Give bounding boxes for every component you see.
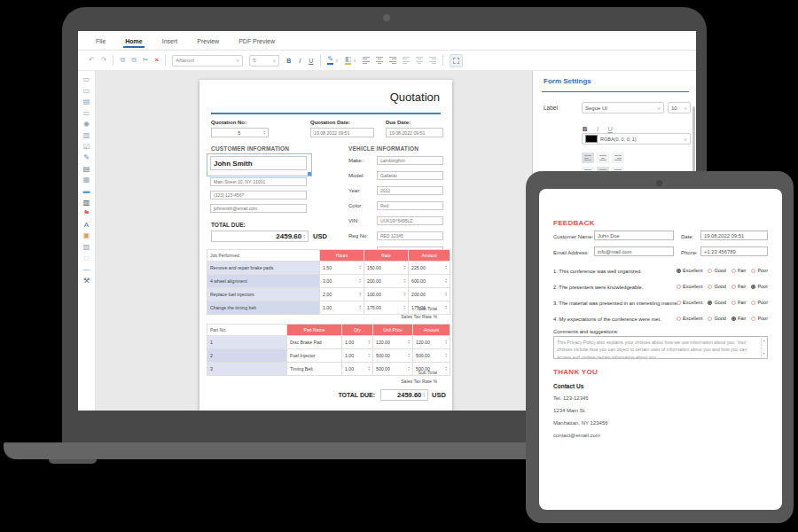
spinner-icon[interactable] <box>403 278 405 284</box>
vehicle-row-field[interactable]: Lamborghini <box>377 156 443 165</box>
valign-bottom-button[interactable] <box>429 57 436 65</box>
font-color-button[interactable]: ✎ <box>327 56 338 65</box>
fit-to-window-button[interactable] <box>450 54 463 67</box>
radio-button-icon[interactable] <box>708 285 712 289</box>
part-amount-cell[interactable]: 120.00 <box>413 336 450 349</box>
redo-icon[interactable]: ↷ <box>101 57 107 64</box>
job-rate-cell[interactable]: 200.00 <box>364 275 409 288</box>
button-icon[interactable]: ▬ <box>83 188 90 195</box>
spinner-icon[interactable] <box>423 393 425 398</box>
image-box-icon[interactable]: ▣ <box>83 232 90 239</box>
customer-email-field[interactable]: johnsmith@email.com <box>210 204 307 213</box>
radio-option-poor[interactable]: Poor <box>751 300 768 305</box>
picture-icon[interactable]: ▨ <box>83 244 90 251</box>
valign-top-button[interactable] <box>403 57 410 65</box>
spinner-icon[interactable] <box>359 305 361 310</box>
radio-button-icon[interactable] <box>677 317 681 321</box>
radio-option-excellent[interactable]: Excellent <box>677 268 702 273</box>
spinner-icon[interactable] <box>368 353 370 358</box>
quotation-date-field[interactable]: 19.08.2022 09:51 <box>310 128 374 137</box>
radio-option-good[interactable]: Good <box>708 268 725 273</box>
fb-email-field[interactable]: info@mail.com <box>594 246 674 256</box>
radio-option-poor[interactable]: Poor <box>751 268 768 273</box>
tab-insert[interactable]: Insert <box>153 34 187 48</box>
radio-button-icon[interactable] <box>732 269 736 273</box>
radio-option-fair[interactable]: Fair <box>732 300 746 305</box>
part-name-cell[interactable]: Fuel Injector <box>287 349 342 363</box>
job-rate-cell[interactable]: 175.00 <box>364 301 409 315</box>
radio-button-icon[interactable] <box>732 301 736 305</box>
spinner-icon[interactable] <box>445 366 447 372</box>
align-right-button[interactable] <box>389 57 396 65</box>
radio-button-icon[interactable]: ◉ <box>83 121 90 128</box>
fs-align-center-button[interactable] <box>597 153 609 163</box>
job-hours-cell[interactable]: 3.00 <box>320 275 364 288</box>
fb-date-field[interactable]: 19.08.2022 09:51 <box>700 231 768 240</box>
fb-phone-field[interactable]: +1 23 456789 <box>700 246 768 256</box>
radio-option-fair[interactable]: Fair <box>732 316 746 321</box>
spinner-icon[interactable] <box>408 340 410 345</box>
spinner-icon[interactable] <box>403 305 405 310</box>
part-price-cell[interactable]: 500.00 <box>373 363 413 376</box>
spinner-icon[interactable] <box>408 353 410 358</box>
radio-button-icon[interactable] <box>751 301 755 305</box>
job-rate-cell[interactable]: 150.00 <box>364 262 409 275</box>
spinner-icon[interactable] <box>445 278 447 284</box>
spinner-icon[interactable] <box>403 292 405 297</box>
valign-middle-button[interactable] <box>416 57 423 65</box>
align-left-button[interactable] <box>363 57 370 65</box>
radio-option-good[interactable]: Good <box>708 300 725 305</box>
job-amount-cell[interactable]: 225.00 <box>409 262 450 275</box>
fs-align-right-button[interactable] <box>612 153 624 163</box>
tab-pdf-preview[interactable]: PDF Preview <box>230 34 284 48</box>
spinner-icon[interactable] <box>445 305 447 310</box>
part-qty-cell[interactable]: 1.00 <box>342 363 373 376</box>
radio-button-icon[interactable] <box>677 269 681 273</box>
spinner-icon[interactable] <box>403 265 405 270</box>
radio-button-icon[interactable] <box>732 285 736 289</box>
part-name-cell[interactable]: Disc Brake Pad <box>287 336 342 349</box>
label-font-select[interactable]: Segoe UI <box>582 102 664 113</box>
fs-bold-button[interactable]: B <box>580 125 590 133</box>
spinner-icon[interactable] <box>303 234 305 239</box>
job-hours-cell[interactable]: 1.50 <box>320 262 364 275</box>
tab-preview[interactable]: Preview <box>188 34 228 48</box>
spinner-icon[interactable] <box>445 353 447 358</box>
customer-phone-field[interactable]: (123) 123-4567 <box>210 191 307 200</box>
radio-option-fair[interactable]: Fair <box>732 268 746 273</box>
total-due-field-top[interactable]: 2459.60 <box>211 231 309 242</box>
spinner-icon[interactable] <box>408 366 410 372</box>
grand-total-field[interactable]: 2459.60 <box>380 389 428 401</box>
highlight-color-button[interactable]: ◧ <box>345 56 356 65</box>
radio-option-poor[interactable]: Poor <box>751 284 768 289</box>
undo-icon[interactable]: ↶ <box>89 57 95 64</box>
radio-button-icon[interactable] <box>677 285 681 289</box>
bold-button[interactable]: B <box>286 58 292 64</box>
paste-icon[interactable]: ⧉ <box>131 57 137 64</box>
part-price-cell[interactable]: 500.00 <box>373 349 413 363</box>
spinner-icon[interactable] <box>368 366 370 372</box>
radio-button-icon[interactable] <box>751 269 755 273</box>
copy-icon[interactable]: ⧉ <box>120 57 125 64</box>
toolbox-tools-icon[interactable]: ⚒ <box>83 278 90 285</box>
spinner-icon[interactable] <box>445 292 447 297</box>
line-icon[interactable]: — <box>83 266 90 273</box>
fs-align-left-button[interactable] <box>582 153 594 163</box>
part-qty-cell[interactable]: 1.00 <box>342 336 373 349</box>
radio-button-icon[interactable] <box>708 269 712 273</box>
vehicle-row-field[interactable]: Red <box>377 201 443 210</box>
customer-name-field[interactable]: John Smith <box>210 156 307 170</box>
font-size-select[interactable]: 5 <box>249 55 279 66</box>
checkbox-icon[interactable]: ☑ <box>83 144 90 151</box>
radio-option-good[interactable]: Good <box>708 284 725 289</box>
part-price-cell[interactable]: 120.00 <box>373 336 413 349</box>
spinner-icon[interactable] <box>445 265 447 270</box>
underline-button[interactable]: U <box>308 58 314 64</box>
vehicle-row-field[interactable]: UUK19Y6495LZ <box>377 216 443 225</box>
text-field-icon[interactable]: ▭ <box>83 76 90 83</box>
delete-icon[interactable]: × <box>155 57 160 64</box>
align-center-button[interactable] <box>376 57 383 65</box>
spinner-icon[interactable] <box>359 265 361 270</box>
job-hours-cell[interactable]: 2.00 <box>320 288 364 301</box>
radio-option-excellent[interactable]: Excellent <box>677 316 702 321</box>
